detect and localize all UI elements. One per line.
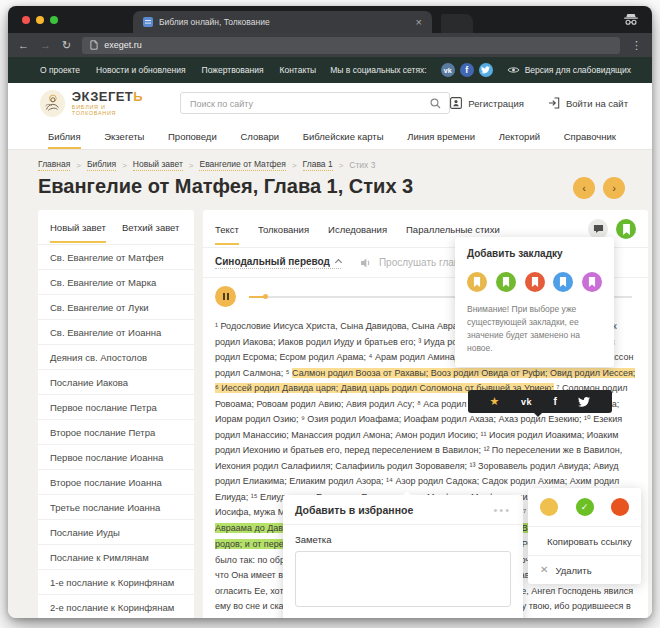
book-list-item[interactable]: Второе послание Петра — [38, 419, 194, 444]
delete-icon: ✕ — [540, 565, 548, 575]
pause-button[interactable] — [215, 286, 236, 307]
favorite-star-icon[interactable]: ★ — [490, 395, 500, 408]
nav-item[interactable]: Экзегеты — [104, 124, 144, 149]
nav-item[interactable]: Справочник — [564, 124, 616, 149]
logo-subtitle: БИБЛИЯ И ТОЛКОВАНИЯ — [72, 105, 146, 116]
breadcrumb-link[interactable]: Библия — [87, 159, 116, 171]
topbar-link[interactable]: Пожертвования — [202, 65, 264, 75]
testament-tab[interactable]: Ветхий завет — [122, 222, 180, 235]
highlight-color-option[interactable]: ✓ — [540, 498, 558, 516]
breadcrumb-link[interactable]: Евангелие от Матфея — [199, 159, 285, 171]
bookmark-color-option[interactable] — [553, 272, 573, 292]
book-list-item[interactable]: 1-е послание к Коринфянам — [38, 569, 194, 594]
bookmark-button[interactable] — [616, 219, 636, 239]
vk-share-icon[interactable]: vk — [521, 397, 532, 407]
breadcrumb-link[interactable]: Главная — [38, 159, 70, 171]
nav-item[interactable]: Библейские карты — [303, 124, 384, 149]
breadcrumb-separator: > — [339, 161, 344, 170]
books-list: Св. Евангелие от МатфеяСв. Евангелие от … — [38, 245, 194, 618]
search-icon[interactable] — [430, 98, 441, 109]
bookmark-icon — [473, 277, 481, 287]
translation-dropdown[interactable]: Синодальный перевод — [215, 256, 341, 269]
highlight-color-options: ✓✓✓ — [528, 488, 641, 526]
forward-button[interactable]: → — [40, 40, 51, 51]
book-list-item[interactable]: Св. Евангелие от Матфея — [38, 245, 194, 269]
nav-item[interactable]: Линия времени — [407, 124, 475, 149]
delete-menu-item[interactable]: ✕ Удалить — [528, 555, 641, 584]
book-list-item[interactable]: Первое послание Петра — [38, 394, 194, 419]
comment-icon — [593, 224, 604, 234]
content-tab[interactable]: Текст — [215, 224, 239, 235]
book-list-item[interactable]: Св. Евангелие от Марка — [38, 269, 194, 294]
breadcrumb-item: Главная > — [38, 159, 81, 171]
accessibility-link[interactable]: Версия для слабовидящих — [507, 65, 631, 75]
twitter-icon[interactable] — [479, 63, 493, 77]
listen-chapter-button[interactable]: Прослушать главу — [361, 257, 464, 268]
more-options-icon[interactable]: ••• — [493, 505, 511, 516]
topbar-link[interactable]: Новости и обновления — [96, 65, 185, 75]
site-logo[interactable]: ЭКЗЕГЕТЬ БИБЛИЯ И ТОЛКОВАНИЯ — [40, 90, 146, 117]
topbar-link[interactable]: Контакты — [280, 65, 317, 75]
breadcrumb-link[interactable]: Глава 1 — [303, 159, 333, 171]
logo-title: ЭКЗЕГЕТЬ — [72, 90, 146, 103]
login-link[interactable]: Войти на сайт — [548, 97, 628, 109]
social-icons: vk f — [441, 63, 493, 77]
content-tab[interactable]: Толкования — [258, 224, 309, 235]
book-list-item[interactable]: Послание Иакова — [38, 369, 194, 394]
reload-button[interactable]: ↻ — [62, 40, 71, 51]
book-list-item[interactable]: Послание Иуды — [38, 519, 194, 544]
book-list-item[interactable]: Второе послание Иоанна — [38, 469, 194, 494]
breadcrumb-separator: > — [76, 161, 81, 170]
address-bar[interactable]: exeget.ru — [82, 37, 620, 54]
next-verse-button[interactable]: › — [603, 177, 625, 199]
book-list-item[interactable]: Деяния св. Апостолов — [38, 344, 194, 369]
note-textarea[interactable] — [295, 551, 511, 607]
close-window-button[interactable] — [22, 16, 30, 24]
comments-button[interactable] — [588, 219, 608, 239]
check-icon: ✓ — [581, 503, 589, 512]
breadcrumb-separator: > — [292, 161, 297, 170]
nav-item[interactable]: Словари — [240, 124, 279, 149]
breadcrumb-item: Новый завет > — [133, 159, 194, 171]
book-list-item[interactable]: Св. Евангелие от Луки — [38, 294, 194, 319]
tab-close-icon[interactable]: × — [416, 17, 422, 28]
facebook-icon[interactable]: f — [460, 63, 474, 77]
book-list-item[interactable]: Послание к Римлянам — [38, 544, 194, 569]
nav-item[interactable]: Лекторий — [499, 124, 540, 149]
bookmark-color-option[interactable] — [496, 272, 516, 292]
breadcrumb-item: Библия > — [87, 159, 127, 171]
breadcrumb-current: Стих 3 — [349, 160, 375, 170]
bookmark-color-option[interactable] — [525, 272, 545, 292]
nav-item[interactable]: Проповеди — [168, 124, 217, 149]
facebook-share-icon[interactable]: f — [554, 396, 557, 407]
search-input[interactable] — [181, 94, 449, 114]
book-list-item[interactable]: Первое послание Иоанна — [38, 444, 194, 469]
testament-tab[interactable]: Новый завет — [50, 222, 106, 235]
content-tab[interactable]: Иследования — [328, 224, 387, 235]
bookmark-color-option[interactable] — [582, 272, 602, 292]
copy-link-menu-item[interactable]: Копировать ссылку — [528, 526, 641, 555]
prev-verse-button[interactable]: ‹ — [573, 177, 595, 199]
content-tab[interactable]: Параллельные стихи — [406, 224, 500, 235]
browser-tab[interactable]: Библия онлайн, Толкование × — [133, 11, 432, 33]
vk-icon[interactable]: vk — [441, 63, 455, 77]
highlight-color-option[interactable]: ✓ — [576, 498, 594, 516]
twitter-share-icon[interactable] — [578, 397, 590, 407]
register-link[interactable]: Регистрация — [450, 97, 524, 109]
new-tab-button[interactable] — [441, 14, 473, 33]
maximize-window-button[interactable] — [50, 16, 58, 24]
bookmark-color-option[interactable] — [467, 272, 487, 292]
topbar-link[interactable]: О проекте — [40, 65, 80, 75]
minimize-window-button[interactable] — [36, 16, 44, 24]
register-icon — [450, 97, 462, 109]
book-list-item[interactable]: Св. Евангелие от Иоанна — [38, 319, 194, 344]
breadcrumb-link[interactable]: Новый завет — [133, 159, 183, 171]
book-list-item[interactable]: Третье послание Иоанна — [38, 494, 194, 519]
book-list-item[interactable]: 2-е послание к Коринфянам — [38, 594, 194, 618]
browser-menu-icon[interactable]: ⋮ — [631, 39, 642, 52]
nav-item[interactable]: Библия — [48, 124, 81, 149]
back-button[interactable]: ← — [18, 40, 29, 51]
audio-progress-handle[interactable] — [263, 294, 268, 299]
highlight-color-option[interactable]: ✓ — [611, 498, 629, 516]
main-nav: БиблияЭкзегетыПроповедиСловариБиблейские… — [8, 123, 652, 150]
